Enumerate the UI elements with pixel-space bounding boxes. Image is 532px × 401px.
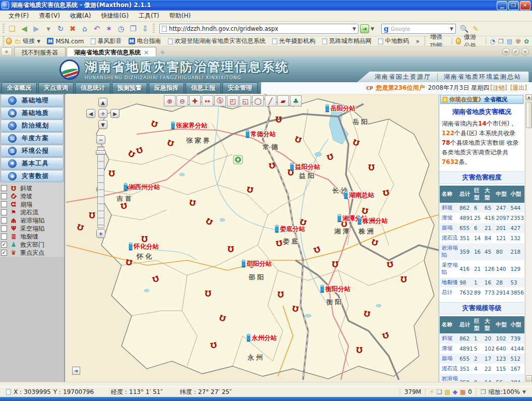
panel-scrollbar[interactable]: ▲ ﹀ [525, 94, 532, 382]
station-marker[interactable]: 永州分站 [247, 334, 277, 342]
station-marker[interactable]: 湖南总站 [344, 191, 375, 199]
row-label[interactable]: 总计 [440, 288, 459, 298]
disaster-symbol[interactable]: Ω [332, 259, 338, 268]
search-input[interactable]: Google [391, 26, 448, 32]
address-dropdown-icon[interactable]: ▼ [352, 26, 356, 31]
row-label[interactable]: 斜坡 [440, 333, 459, 343]
select-circle-tool[interactable]: ◯ [252, 95, 264, 106]
zoom-out-tool[interactable]: ⊖ [176, 95, 188, 106]
banner-link-1[interactable]: 湖南省地质环境监测总站 [444, 73, 521, 81]
zoom-slider-thumb[interactable] [96, 150, 106, 155]
disaster-symbol[interactable]: Ω [141, 234, 148, 243]
sidebar-module-2[interactable]: ✎防治规划 [1, 120, 64, 132]
station-marker[interactable]: 怀化分站 [129, 243, 159, 251]
menu-item-4[interactable]: 工具(T) [134, 10, 164, 22]
station-label[interactable]: 湖南总站 [348, 191, 375, 199]
exit-link[interactable]: [退出] [510, 84, 527, 92]
highlight-pen-icon[interactable]: ✎ [472, 25, 479, 33]
scroll-thumb[interactable] [526, 102, 532, 128]
station-marker[interactable]: 株洲分站 [358, 217, 388, 225]
window-list-icon[interactable]: ❏ [437, 388, 442, 395]
disaster-symbol[interactable]: Ω [277, 290, 284, 299]
logout-link[interactable]: [注销] [490, 84, 507, 92]
link-item-3[interactable]: 欢迎登陆湖南省地质灾害信息系统 [168, 37, 266, 45]
pan-right-button[interactable]: ▶ [110, 109, 120, 118]
menu-item-3[interactable]: 快捷组(G) [96, 10, 133, 22]
link-item-5[interactable]: 觅路城市精品网 [322, 37, 372, 45]
station-label[interactable]: 娄底分站 [280, 225, 306, 233]
eraser-tool[interactable]: ▰ [277, 95, 289, 106]
row-label[interactable]: 斜坡 [440, 203, 459, 213]
pan-down-button[interactable]: ▼ [98, 120, 107, 129]
layer-checkbox[interactable] [1, 217, 7, 223]
sidebar-module-5[interactable]: ✱基本工具 [1, 157, 64, 169]
disaster-symbol[interactable]: Ω [89, 210, 95, 219]
tab-1[interactable]: 湖南省地质灾害信息系统× [67, 47, 156, 56]
blocked-count-icon[interactable]: ▦ [460, 388, 465, 395]
menu-item-2[interactable]: 收藏(A) [66, 10, 96, 22]
layer-checkbox[interactable]: ✓ [1, 242, 7, 248]
station-label[interactable]: 怀化分站 [133, 243, 159, 250]
proxy-icon[interactable]: ◆ [453, 388, 457, 395]
station-label[interactable]: 岳阳分站 [330, 104, 356, 112]
row-label[interactable]: 泥石流 [440, 364, 459, 374]
disaster-symbol[interactable]: Ω [205, 289, 211, 298]
station-label[interactable]: 张家界分站 [175, 122, 208, 129]
station-marker[interactable]: 岳阳分站 [325, 104, 356, 112]
sidebar-module-0[interactable]: »基础地理 [1, 94, 64, 106]
station-marker[interactable]: 益阳分站 [290, 163, 321, 171]
undo-button[interactable]: ↶ [91, 23, 103, 35]
zoom-rect-tool[interactable]: ◰ [227, 95, 239, 106]
links-overflow-icon[interactable]: » [416, 38, 420, 45]
layer-checkbox[interactable] [1, 193, 7, 199]
layer-checkbox[interactable] [1, 234, 7, 240]
zoom-in-step-button[interactable]: + [96, 229, 105, 238]
row-label[interactable]: 岩溶塌陷 [440, 243, 459, 260]
layer-checkbox[interactable] [1, 225, 7, 232]
layer-checkbox[interactable]: ✓ [1, 250, 7, 256]
disaster-symbol[interactable]: Ω [400, 274, 407, 283]
tab-tools-button[interactable]: ✐ [512, 48, 519, 55]
nav-tab-应急指挥[interactable]: 应急指挥 [149, 82, 184, 94]
sidebar-module-6[interactable]: ◉灾害数据 [1, 170, 64, 182]
pan-up-button[interactable]: ▲ [98, 98, 107, 107]
disaster-symbol[interactable]: Ω [108, 168, 115, 178]
banner-link-0[interactable]: 湖南省国土资源厅 [375, 73, 431, 81]
restore-button[interactable]: ❐ [508, 1, 519, 10]
select-rect-tool[interactable]: ◱ [240, 95, 251, 106]
plugin-icon[interactable]: ✿ [524, 38, 529, 45]
link-item-2[interactable]: M电台指南 [129, 37, 161, 45]
scale-tool[interactable]: Ⓢ [214, 95, 226, 106]
stop-button[interactable]: ✖ [67, 23, 79, 35]
nav-tab-信息统计[interactable]: 信息统计 [75, 82, 110, 94]
map-area[interactable]: ΩΩΩΩΩΩΩΩΩΩΩΩΩΩΩΩΩΩΩΩΩΩΩΩΩΩΩΩΩΩΩΩΩΩΩΩΩΩΩΩ… [66, 94, 439, 382]
sidebar-module-1[interactable]: ▣基础地质 [1, 107, 64, 119]
station-label[interactable]: 常德分站 [250, 130, 276, 138]
nav-tab-灾点查询[interactable]: 灾点查询 [38, 82, 74, 94]
link-item-0[interactable]: MMSN.com [47, 38, 84, 45]
history-dropdown-button[interactable]: ▾ [42, 23, 54, 35]
row-label[interactable]: 崩塌 [440, 354, 459, 364]
pan-tool[interactable]: ✚ [189, 95, 201, 106]
refresh-button[interactable]: ↻ [54, 23, 67, 35]
back-button[interactable]: ◀ [18, 23, 30, 35]
station-label[interactable]: 益阳分站 [295, 163, 321, 170]
row-label[interactable]: 崩塌 [440, 223, 459, 233]
station-label[interactable]: 邵阳分站 [246, 260, 272, 267]
row-label[interactable]: 岩溶塌陷 [440, 374, 459, 382]
layer-checkbox[interactable] [1, 185, 7, 191]
row-label[interactable]: 滑坡 [440, 343, 459, 354]
new-page-button[interactable]: ❏ [6, 23, 18, 35]
station-marker[interactable]: 衡阳分站 [320, 285, 351, 293]
tab-close-button[interactable]: ✕ [521, 48, 529, 55]
minimize-button[interactable]: ▁ [497, 1, 507, 10]
link-item-6[interactable]: 中地数码 [378, 37, 409, 45]
station-marker[interactable]: 常德分站 [246, 130, 276, 138]
zoom-slider-track[interactable] [97, 146, 104, 228]
snap-button[interactable]: ❐ [127, 23, 139, 35]
folder-icon[interactable]: ▤ [444, 388, 450, 395]
linksbar-grip[interactable] [3, 36, 5, 46]
layer-checkbox[interactable] [1, 209, 7, 215]
sidebar-module-3[interactable]: ▤年度方案 [1, 132, 64, 144]
scroll-down-button[interactable]: ﹀ [526, 375, 532, 381]
